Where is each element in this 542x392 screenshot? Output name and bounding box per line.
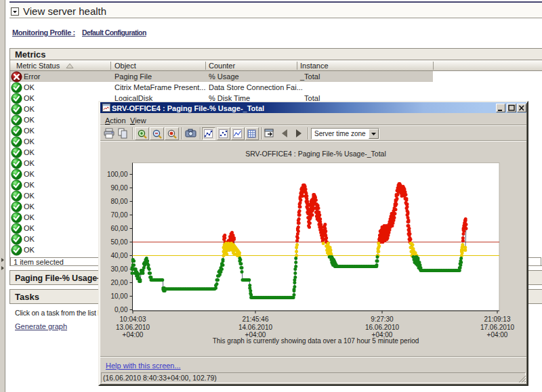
svg-text:50,00: 50,00 xyxy=(110,238,127,246)
svg-text:16.06.2010: 16.06.2010 xyxy=(365,324,399,331)
svg-text:60,00: 60,00 xyxy=(110,225,127,232)
svg-text:9:27:30: 9:27:30 xyxy=(371,315,394,323)
svg-text:10,00: 10,00 xyxy=(110,292,127,300)
svg-text:21:45:46: 21:45:46 xyxy=(243,315,269,323)
svg-text:90,00: 90,00 xyxy=(110,184,127,192)
svg-text:+04:00: +04:00 xyxy=(487,331,508,339)
svg-text:80,00: 80,00 xyxy=(110,198,127,205)
svg-text:40,00: 40,00 xyxy=(110,252,127,259)
svg-text:SRV-OFFICE4 : Paging File-% Us: SRV-OFFICE4 : Paging File-% Usage-_Total xyxy=(245,150,386,158)
svg-text:14.06.2010: 14.06.2010 xyxy=(238,324,272,331)
svg-text:100,00: 100,00 xyxy=(107,171,128,178)
svg-text:13.06.2010: 13.06.2010 xyxy=(116,324,150,331)
svg-text:This graph is currently showin: This graph is currently showing data ove… xyxy=(213,337,419,345)
svg-text:30,00: 30,00 xyxy=(110,265,127,273)
svg-text:20,00: 20,00 xyxy=(110,279,127,286)
svg-text:21:09:13: 21:09:13 xyxy=(484,315,511,323)
svg-text:+04:00: +04:00 xyxy=(123,331,144,339)
svg-text:17.06.2010: 17.06.2010 xyxy=(480,324,514,331)
svg-text:10:04:03: 10:04:03 xyxy=(120,315,146,323)
svg-text:0,00: 0,00 xyxy=(114,306,128,313)
svg-text:70,00: 70,00 xyxy=(110,211,127,219)
